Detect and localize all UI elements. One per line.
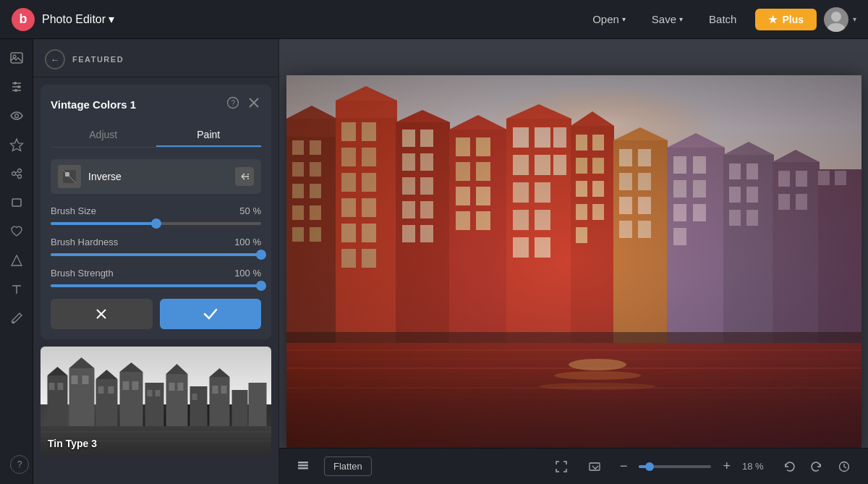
sidebar-header: ← FEATURED — [33, 39, 278, 77]
brush-hardness-slider[interactable] — [51, 253, 261, 256]
icon-bar-shape[interactable] — [4, 247, 30, 273]
save-button[interactable]: Save ▾ — [642, 9, 693, 30]
svg-rect-44 — [96, 379, 118, 426]
svg-point-13 — [17, 169, 21, 173]
svg-point-8 — [17, 85, 20, 88]
flatten-button[interactable]: Flatten — [324, 457, 372, 476]
svg-rect-48 — [120, 372, 143, 426]
fit-screen-button[interactable] — [549, 457, 574, 477]
batch-button[interactable]: Batch — [699, 9, 746, 30]
svg-point-3 — [13, 55, 16, 58]
filter-help-button[interactable]: ? — [225, 95, 241, 114]
svg-rect-204 — [298, 462, 308, 464]
svg-point-9 — [14, 89, 17, 92]
icon-bar-rect[interactable] — [4, 190, 30, 216]
actual-size-button[interactable] — [582, 457, 607, 477]
filter-close-button[interactable] — [247, 95, 261, 113]
avatar-chevron-icon[interactable]: ▾ — [853, 15, 856, 23]
icon-bar-image[interactable] — [4, 45, 30, 71]
svg-rect-60 — [192, 394, 197, 400]
zoom-out-button[interactable]: − — [616, 457, 632, 475]
plus-label: Plus — [782, 14, 804, 25]
svg-rect-52 — [145, 383, 164, 426]
app-name-button[interactable]: Photo Editor ▾ — [42, 12, 114, 26]
icon-bar: ? — [0, 39, 33, 484]
plus-button[interactable]: ★ Plus — [755, 9, 817, 30]
filter-panel: Vintage Colors 1 ? — [41, 85, 271, 339]
history-button[interactable] — [832, 457, 856, 477]
redo-button[interactable] — [804, 457, 829, 477]
svg-rect-39 — [58, 383, 64, 390]
svg-rect-53 — [148, 390, 153, 396]
inverse-icon — [58, 165, 81, 188]
svg-line-15 — [15, 171, 18, 173]
svg-rect-63 — [213, 386, 218, 394]
brush-strength-value: 100 % — [234, 268, 261, 279]
user-avatar[interactable] — [824, 7, 848, 32]
svg-rect-42 — [72, 375, 78, 384]
back-button[interactable]: ← — [45, 49, 65, 69]
tin-type-label: Tin Type 3 — [48, 438, 97, 449]
sidebar-panel: ← FEATURED Vintage Colors 1 ? — [33, 39, 279, 484]
svg-rect-28 — [65, 172, 69, 177]
brush-hardness-label: Brush Hardness — [51, 237, 118, 247]
svg-point-12 — [12, 172, 15, 176]
zoom-in-button[interactable]: + — [718, 457, 735, 475]
app-name-label: Photo Editor — [42, 13, 106, 26]
zoom-slider[interactable] — [639, 465, 711, 468]
plus-star-icon: ★ — [768, 14, 778, 25]
tab-paint[interactable]: Paint — [156, 124, 262, 147]
tin-type-thumbnail[interactable]: Tin Type 3 — [41, 347, 271, 455]
inverse-delete-button[interactable] — [235, 167, 254, 186]
brush-strength-label: Brush Strength — [51, 268, 114, 279]
icon-bar-heart[interactable] — [4, 218, 30, 245]
undo-redo-group — [777, 457, 856, 477]
svg-rect-47 — [109, 386, 114, 394]
svg-rect-38 — [49, 383, 55, 390]
zoom-value: 18 % — [742, 461, 768, 472]
svg-rect-50 — [123, 381, 129, 390]
svg-rect-64 — [221, 386, 227, 394]
svg-line-16 — [15, 174, 18, 176]
svg-point-14 — [17, 175, 21, 179]
inverse-label: Inverse — [88, 171, 228, 182]
brush-strength-header: Brush Strength 100 % — [51, 268, 261, 279]
zoom-controls: − + 18 % — [616, 457, 768, 475]
layers-button[interactable] — [291, 457, 315, 477]
icon-bar-star[interactable] — [4, 132, 30, 158]
icon-bar-brush[interactable] — [4, 305, 30, 331]
icon-bar-text[interactable] — [4, 276, 30, 302]
svg-rect-46 — [98, 386, 104, 394]
open-chevron: ▾ — [622, 15, 626, 23]
brush-size-slider[interactable] — [51, 222, 261, 225]
brush-hardness-value: 100 % — [234, 237, 261, 247]
back-icon: ← — [51, 54, 60, 65]
svg-rect-43 — [82, 375, 89, 384]
svg-point-0 — [831, 12, 841, 22]
svg-rect-57 — [169, 383, 175, 391]
svg-rect-59 — [190, 386, 208, 426]
tabs: Adjust Paint — [51, 124, 261, 148]
help-fixed-button[interactable]: ? — [10, 455, 29, 474]
svg-rect-55 — [166, 374, 188, 426]
header-nav: Open ▾ Save ▾ Batch — [582, 9, 746, 30]
brush-size-label: Brush Size — [51, 205, 96, 216]
open-button[interactable]: Open ▾ — [582, 9, 636, 30]
svg-rect-54 — [156, 390, 161, 396]
svg-point-10 — [14, 114, 18, 118]
svg-rect-202 — [298, 464, 308, 467]
svg-marker-11 — [10, 139, 22, 151]
svg-rect-203 — [298, 467, 308, 470]
cancel-button[interactable] — [51, 299, 153, 329]
confirm-button[interactable] — [160, 299, 262, 329]
icon-bar-eye[interactable] — [4, 103, 30, 129]
svg-rect-51 — [132, 381, 139, 390]
icon-bar-adjust[interactable] — [4, 74, 30, 100]
brush-strength-slider[interactable] — [51, 284, 261, 287]
svg-rect-65 — [232, 390, 248, 426]
undo-button[interactable] — [777, 457, 801, 477]
icon-bar-nodes[interactable] — [4, 161, 30, 187]
svg-rect-2 — [11, 53, 22, 63]
tab-adjust[interactable]: Adjust — [51, 124, 156, 147]
svg-point-1 — [827, 23, 845, 32]
